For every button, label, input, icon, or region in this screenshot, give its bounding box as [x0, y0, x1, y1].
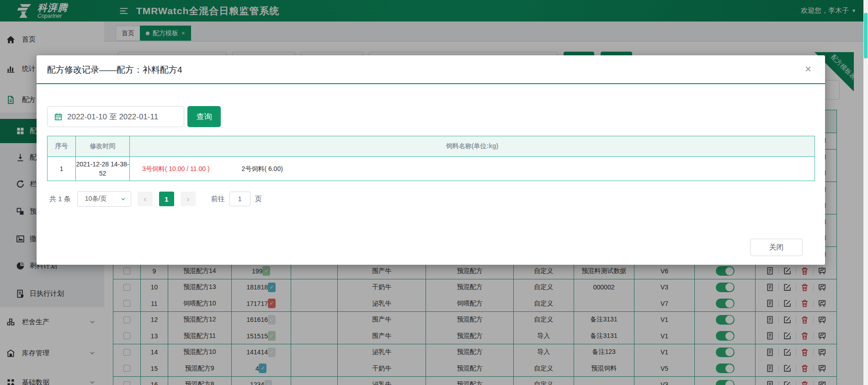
record-row: 12021-12-28 14-38-523号饲料( 10.00 / 11.00 …	[47, 157, 815, 181]
total-count: 共 1 条	[49, 195, 71, 203]
modify-record-dialog: 配方修改记录——配方：补料配方4 × 2022-01-10 至 2022-01-…	[37, 55, 825, 265]
dialog-title: 配方修改记录——配方：补料配方4	[47, 64, 182, 76]
col-header-feeds: 饲料名称(单位:kg)	[130, 136, 815, 156]
pagination: 共 1 条 10条/页 ‹ 1 › 前往 页	[49, 191, 262, 207]
feed-unchanged: 2号饲料( 6.00)	[242, 164, 283, 173]
col-header-time: 修改时间	[76, 136, 130, 156]
next-page-button[interactable]: ›	[181, 192, 196, 206]
page-size-select[interactable]: 10条/页	[77, 191, 131, 207]
record-index: 1	[48, 157, 76, 181]
query-button[interactable]: 查询	[187, 106, 221, 127]
prev-page-button[interactable]: ‹	[138, 192, 153, 206]
goto-label: 前往	[211, 195, 225, 203]
col-header-index: 序号	[48, 136, 76, 156]
calendar-icon	[54, 112, 63, 121]
record-time: 2021-12-28 14-38-52	[76, 157, 130, 181]
scrollbar-thumb[interactable]	[864, 13, 868, 59]
select-caret-icon	[120, 196, 126, 202]
page-button-1[interactable]: 1	[159, 192, 174, 206]
app-window: 科湃腾 Copartner TMRWatch全混合日粮监管系统 欢迎您，李木子 …	[0, 0, 868, 385]
dialog-close-icon[interactable]: ×	[805, 64, 811, 75]
goto-page-input[interactable]	[229, 192, 250, 206]
record-feeds: 3号饲料( 10.00 / 11.00 )2号饲料( 6.00)	[130, 157, 815, 181]
record-table-header: 序号 修改时间 饲料名称(单位:kg)	[47, 136, 815, 157]
page-size-value: 10条/页	[85, 195, 107, 203]
feed-changed: 3号饲料( 10.00 / 11.00 )	[142, 164, 210, 173]
dialog-header: 配方修改记录——配方：补料配方4 ×	[37, 55, 825, 84]
close-dialog-button[interactable]: 关闭	[750, 239, 803, 256]
date-range-value: 2022-01-10 至 2022-01-11	[67, 112, 158, 122]
scrollbar[interactable]	[863, 0, 868, 385]
date-range-picker[interactable]: 2022-01-10 至 2022-01-11	[47, 106, 184, 127]
record-table: 序号 修改时间 饲料名称(单位:kg) 12021-12-28 14-38-52…	[47, 136, 815, 181]
goto-unit: 页	[255, 195, 262, 203]
